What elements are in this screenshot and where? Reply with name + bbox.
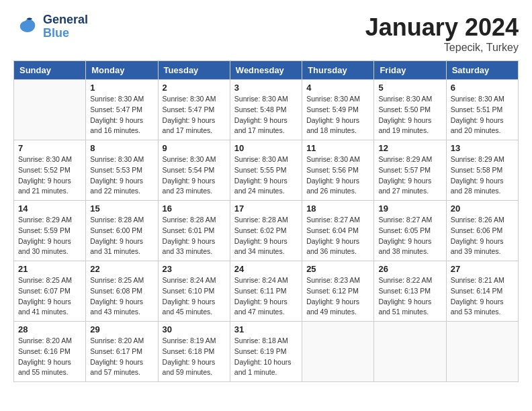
day-detail: Sunrise: 8:30 AMSunset: 5:48 PMDaylight:… <box>234 94 298 136</box>
day-detail: Sunrise: 8:27 AMSunset: 6:04 PMDaylight:… <box>306 215 369 257</box>
detail-line: Sunrise: 8:28 AM <box>234 215 298 226</box>
day-number: 23 <box>163 264 226 274</box>
detail-line: Sunset: 6:07 PM <box>18 286 81 297</box>
calendar-cell: 25Sunrise: 8:23 AMSunset: 6:12 PMDayligh… <box>302 261 374 322</box>
day-number: 25 <box>306 264 369 274</box>
day-detail: Sunrise: 8:30 AMSunset: 5:50 PMDaylight:… <box>378 94 441 136</box>
detail-line: and 41 minutes. <box>18 307 81 318</box>
detail-line: Sunset: 5:51 PM <box>451 105 514 116</box>
day-detail: Sunrise: 8:29 AMSunset: 5:58 PMDaylight:… <box>451 154 514 197</box>
header-day-sunday: Sunday <box>14 61 86 80</box>
day-detail: Sunrise: 8:30 AMSunset: 5:52 PMDaylight:… <box>18 154 81 197</box>
day-detail: Sunrise: 8:28 AMSunset: 6:02 PMDaylight:… <box>234 215 298 257</box>
calendar-cell: 22Sunrise: 8:25 AMSunset: 6:08 PMDayligh… <box>86 261 158 322</box>
detail-line: Sunset: 6:04 PM <box>306 226 369 236</box>
detail-line: Daylight: 9 hours <box>90 297 153 308</box>
calendar-cell: 11Sunrise: 8:30 AMSunset: 5:56 PMDayligh… <box>302 140 374 201</box>
calendar-cell: 18Sunrise: 8:27 AMSunset: 6:04 PMDayligh… <box>302 201 374 261</box>
day-number: 26 <box>378 264 441 274</box>
calendar-cell <box>446 322 518 382</box>
detail-line: Daylight: 9 hours <box>163 116 226 126</box>
calendar-cell <box>14 80 86 140</box>
detail-line: Sunset: 6:05 PM <box>378 226 441 236</box>
calendar-cell: 26Sunrise: 8:22 AMSunset: 6:13 PMDayligh… <box>374 261 446 322</box>
detail-line: Sunset: 6:19 PM <box>234 347 298 357</box>
detail-line: Daylight: 9 hours <box>18 176 81 187</box>
detail-line: Sunrise: 8:21 AM <box>451 275 514 286</box>
detail-line: Daylight: 9 hours <box>163 357 226 368</box>
calendar-cell: 14Sunrise: 8:29 AMSunset: 5:59 PMDayligh… <box>14 201 86 261</box>
day-detail: Sunrise: 8:18 AMSunset: 6:19 PMDaylight:… <box>234 336 298 378</box>
calendar-cell: 17Sunrise: 8:28 AMSunset: 6:02 PMDayligh… <box>230 201 302 261</box>
detail-line: and 21 minutes. <box>18 186 81 197</box>
calendar-cell: 3Sunrise: 8:30 AMSunset: 5:48 PMDaylight… <box>230 80 302 140</box>
detail-line: Sunrise: 8:29 AM <box>378 154 441 165</box>
day-number: 10 <box>234 143 298 153</box>
header: General Blue January 2024 Tepecik, Turke… <box>13 13 519 54</box>
detail-line: and 22 minutes. <box>90 186 153 197</box>
detail-line: Sunrise: 8:25 AM <box>18 275 81 286</box>
day-number: 11 <box>306 143 369 153</box>
detail-line: Sunset: 5:53 PM <box>90 165 153 176</box>
logo-label: General Blue <box>43 13 88 40</box>
calendar-cell: 6Sunrise: 8:30 AMSunset: 5:51 PMDaylight… <box>446 80 518 140</box>
detail-line: and 17 minutes. <box>234 126 298 136</box>
calendar-cell: 10Sunrise: 8:30 AMSunset: 5:55 PMDayligh… <box>230 140 302 201</box>
detail-line: Sunrise: 8:30 AM <box>378 94 441 105</box>
header-day-friday: Friday <box>374 61 446 80</box>
detail-line: and 39 minutes. <box>451 246 514 257</box>
day-number: 28 <box>18 324 81 334</box>
week-row-4: 28Sunrise: 8:20 AMSunset: 6:16 PMDayligh… <box>14 322 519 382</box>
day-detail: Sunrise: 8:24 AMSunset: 6:11 PMDaylight:… <box>234 275 298 318</box>
detail-line: Daylight: 9 hours <box>378 236 441 247</box>
calendar-cell: 2Sunrise: 8:30 AMSunset: 5:47 PMDaylight… <box>158 80 230 140</box>
detail-line: Daylight: 9 hours <box>163 236 226 247</box>
detail-line: Sunrise: 8:22 AM <box>378 275 441 286</box>
detail-line: Sunrise: 8:27 AM <box>306 215 369 226</box>
day-detail: Sunrise: 8:30 AMSunset: 5:55 PMDaylight:… <box>234 154 298 197</box>
detail-line: Sunrise: 8:30 AM <box>451 94 514 105</box>
detail-line: Sunrise: 8:24 AM <box>163 275 226 286</box>
calendar-cell: 15Sunrise: 8:28 AMSunset: 6:00 PMDayligh… <box>86 201 158 261</box>
calendar-cell: 20Sunrise: 8:26 AMSunset: 6:06 PMDayligh… <box>446 201 518 261</box>
day-detail: Sunrise: 8:30 AMSunset: 5:47 PMDaylight:… <box>90 94 153 136</box>
detail-line: Daylight: 9 hours <box>234 116 298 126</box>
detail-line: Sunset: 6:12 PM <box>306 286 369 297</box>
header-row: SundayMondayTuesdayWednesdayThursdayFrid… <box>14 61 519 80</box>
day-number: 18 <box>306 203 369 214</box>
detail-line: Sunset: 5:56 PM <box>306 165 369 176</box>
detail-line: Sunset: 5:57 PM <box>378 165 441 176</box>
day-detail: Sunrise: 8:27 AMSunset: 6:05 PMDaylight:… <box>378 215 441 257</box>
detail-line: Sunset: 5:59 PM <box>18 226 81 236</box>
detail-line: Sunset: 5:58 PM <box>451 165 514 176</box>
week-row-0: 1Sunrise: 8:30 AMSunset: 5:47 PMDaylight… <box>14 80 519 140</box>
detail-line: Sunset: 5:48 PM <box>234 105 298 116</box>
detail-line: Sunset: 6:08 PM <box>90 286 153 297</box>
detail-line: Sunset: 6:11 PM <box>234 286 298 297</box>
day-number: 7 <box>18 143 81 153</box>
day-detail: Sunrise: 8:25 AMSunset: 6:07 PMDaylight:… <box>18 275 81 318</box>
detail-line: Sunrise: 8:27 AM <box>378 215 441 226</box>
detail-line: and 23 minutes. <box>163 186 226 197</box>
calendar-cell: 31Sunrise: 8:18 AMSunset: 6:19 PMDayligh… <box>230 322 302 382</box>
detail-line: Sunrise: 8:24 AM <box>234 275 298 286</box>
calendar-cell: 4Sunrise: 8:30 AMSunset: 5:49 PMDaylight… <box>302 80 374 140</box>
detail-line: Sunset: 6:06 PM <box>451 226 514 236</box>
day-number: 3 <box>234 83 298 93</box>
week-row-1: 7Sunrise: 8:30 AMSunset: 5:52 PMDaylight… <box>14 140 519 201</box>
day-number: 21 <box>18 264 81 274</box>
detail-line: Daylight: 9 hours <box>234 236 298 247</box>
detail-line: and 57 minutes. <box>90 367 153 378</box>
calendar-cell: 28Sunrise: 8:20 AMSunset: 6:16 PMDayligh… <box>14 322 86 382</box>
detail-line: and 59 minutes. <box>163 367 226 378</box>
day-number: 8 <box>90 143 153 153</box>
day-detail: Sunrise: 8:20 AMSunset: 6:17 PMDaylight:… <box>90 336 153 378</box>
day-detail: Sunrise: 8:28 AMSunset: 6:01 PMDaylight:… <box>163 215 226 257</box>
detail-line: Daylight: 9 hours <box>306 236 369 247</box>
detail-line: Sunrise: 8:29 AM <box>451 154 514 165</box>
detail-line: and 53 minutes. <box>451 307 514 318</box>
detail-line: Daylight: 9 hours <box>163 176 226 187</box>
calendar-cell: 23Sunrise: 8:24 AMSunset: 6:10 PMDayligh… <box>158 261 230 322</box>
calendar-cell: 21Sunrise: 8:25 AMSunset: 6:07 PMDayligh… <box>14 261 86 322</box>
calendar-cell <box>374 322 446 382</box>
